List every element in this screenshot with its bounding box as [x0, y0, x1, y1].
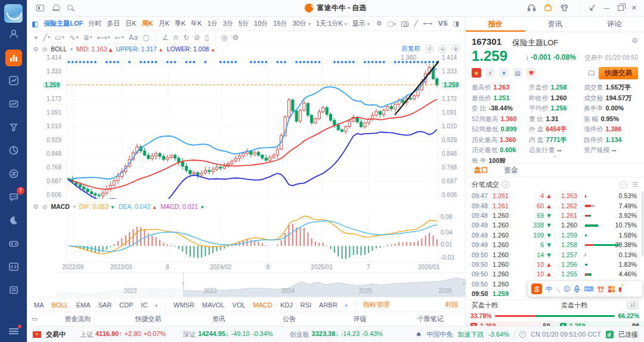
tab-comments[interactable]: 评论 — [584, 17, 644, 32]
indicator-tab-MACD[interactable]: MACD — [253, 301, 273, 309]
shirt-icon[interactable] — [560, 4, 569, 13]
period-tab-1分[interactable]: 1分 — [208, 19, 218, 28]
sogou-ime-toolbar[interactable]: S 中 ·, ☺ ⌨ ◖ — [528, 281, 642, 297]
arrow-tool-icon[interactable]: ←▾ — [114, 33, 125, 42]
candlestick-chart[interactable]: 1.4141.3331.2591.1721.0911.0100.9290.848… — [27, 54, 466, 199]
boll-label[interactable]: BOLL — [51, 45, 67, 53]
period-tab-多日[interactable]: 多日 — [107, 19, 120, 28]
screenshot-camera-icon[interactable] — [401, 21, 408, 27]
measure-tool-icon[interactable]: ⟷▾ — [96, 33, 112, 42]
margin-bolt-icon[interactable]: ⚡ — [485, 68, 495, 78]
period-tab-分时[interactable]: 分时 — [88, 19, 101, 28]
chart-navigator[interactable]: ‹›20222023202420252026 — [57, 272, 466, 296]
macd-settings-gear-icon[interactable]: ⚙ — [33, 203, 38, 210]
collapse-stats-arrow[interactable]: ⌃ — [466, 156, 644, 162]
draw-settings-gear-icon[interactable]: ⚙ — [231, 33, 240, 42]
info-icon[interactable]: i — [502, 181, 509, 188]
navigator-left-handle[interactable]: ‹ — [182, 280, 184, 286]
indicator-tab-RSI[interactable]: RSI — [301, 301, 311, 309]
collapse-panel-icon[interactable]: ▭ — [27, 315, 42, 323]
sidebar-item-community[interactable] — [0, 162, 27, 186]
period-tab-日K[interactable]: 日K — [125, 19, 136, 28]
period-tab-年K[interactable]: 年K — [191, 19, 202, 28]
chevron-right-icon[interactable]: › — [155, 301, 157, 309]
sidebar-item-trade[interactable] — [0, 93, 27, 116]
bottom-tab-资讯[interactable]: 资讯 — [184, 315, 254, 323]
bottom-tab-个股笔记[interactable]: 个股笔记 — [395, 315, 466, 323]
bottom-tab-资金流向[interactable]: 资金流向 — [42, 315, 113, 323]
note-tool-icon[interactable]: ▢ — [141, 33, 150, 42]
continuous-draw-icon[interactable]: ↻ — [182, 33, 190, 42]
indicator-tab-VOL[interactable]: VOL — [233, 301, 246, 309]
hide-drawings-icon[interactable]: ⊘ — [193, 33, 201, 42]
restore-window-icon[interactable] — [618, 5, 624, 11]
toolbox-grid-icon[interactable] — [608, 286, 615, 292]
indicator-tab-KDJ[interactable]: KDJ — [280, 301, 293, 309]
sidebar-item-messages[interactable]: 7 — [0, 186, 27, 209]
tab-news[interactable]: 资讯 — [525, 17, 585, 32]
symbol-tab[interactable]: 保险主题LOF — [44, 19, 83, 28]
quote-settings-gear-icon[interactable]: ⚙ — [631, 36, 638, 45]
chart-settings-gear-icon[interactable]: ⚙ — [376, 20, 382, 27]
period-tab-月K[interactable]: 月K — [159, 19, 169, 28]
index-上证[interactable]: 上证4116.80↑+2.80+0.07% — [80, 330, 166, 339]
close-icon[interactable]: ✕ — [631, 4, 637, 12]
delete-drawings-icon[interactable]: ▯ — [203, 33, 210, 42]
minimize-icon[interactable]: — — [603, 4, 610, 12]
angle-tool-icon[interactable]: ∠ — [161, 33, 170, 42]
draw-pencil-icon[interactable]: ╱ — [414, 20, 418, 27]
symbol-panel-icon[interactable]: ◧ — [32, 20, 38, 28]
sidebar-item-quotes[interactable] — [0, 69, 27, 93]
indicator-tab-ARBR[interactable]: ARBR — [319, 301, 338, 309]
period-tab-15分[interactable]: 15分 — [273, 19, 287, 28]
scrollbar[interactable] — [642, 191, 643, 257]
macd-remove-icon[interactable]: ⊘ — [42, 203, 47, 210]
indicator-tab-BOLL[interactable]: BOLL — [52, 301, 69, 309]
microphone-icon[interactable] — [574, 285, 580, 293]
macd-chart[interactable]: 0.080.040.01-0.03 — [27, 212, 466, 263]
indicator-tab-SAR[interactable]: SAR — [98, 301, 112, 309]
adjust-mode-link[interactable]: 前复权 — [402, 45, 421, 53]
compare-vs-button[interactable]: VS — [438, 20, 447, 27]
period-tab-季K[interactable]: 季K — [175, 19, 185, 28]
avatar[interactable] — [4, 4, 23, 23]
chinese-mode-icon[interactable]: 中 — [546, 285, 552, 294]
right-panel-toggle-icon[interactable]: ◨ — [453, 20, 459, 27]
sidebar-menu-button[interactable] — [0, 322, 27, 342]
favorite-heart-icon[interactable]: ♥ — [527, 68, 536, 78]
index-创业板[interactable]: 创业板3323.38↓-14.23-0.43% — [290, 330, 383, 339]
indicator-tab-MAVOL[interactable]: MAVOL — [202, 301, 225, 309]
depth-levels-badge[interactable]: 10 — [627, 301, 638, 309]
display-dropdown[interactable]: 显示 ▾ — [352, 19, 370, 28]
magnet-tool-icon[interactable]: ∩ — [172, 33, 180, 42]
sidebar-item-screener[interactable] — [0, 116, 27, 139]
skin-shirt-icon[interactable] — [597, 286, 605, 292]
list-settings-icon[interactable]: ☰ — [632, 181, 638, 189]
indicator-tab-CDP[interactable]: CDP — [119, 301, 133, 309]
reset-zoom-icon[interactable]: ↺ — [425, 45, 434, 53]
indicator-tab-IC[interactable]: IC — [141, 301, 147, 309]
zoom-out-icon[interactable]: ⊖ — [438, 45, 447, 53]
sidebar-item-portfolio[interactable] — [0, 139, 27, 162]
emoji-icon[interactable]: ☺ — [564, 285, 570, 293]
sidebar-item-news[interactable] — [0, 279, 27, 302]
fib-tool-icon[interactable]: ≣▾ — [82, 33, 93, 42]
punctuation-icon[interactable]: ·, — [556, 285, 560, 292]
crosshair-tool-icon[interactable]: ⌖ — [33, 33, 39, 42]
bottom-tab-公告[interactable]: 公告 — [254, 315, 324, 323]
keyboard-icon[interactable]: ⌨ — [584, 285, 593, 293]
hot-stock-name[interactable]: 中国中免 — [426, 330, 453, 339]
indicator-tab-MA[interactable]: MA — [34, 301, 44, 309]
period-tab-3分[interactable]: 3分 — [223, 19, 233, 28]
index-深证[interactable]: 深证14244.95↓-49.10-0.34% — [182, 330, 273, 339]
indicator-tab-WMSR[interactable]: WMSR — [174, 301, 194, 309]
search-icon[interactable] — [67, 5, 75, 12]
headphones-icon[interactable] — [527, 4, 536, 13]
sidebar-item-openapi[interactable] — [0, 255, 27, 279]
indicator-manage-link[interactable]: 指标管理 — [363, 300, 389, 309]
snap-window-icon[interactable] — [589, 4, 596, 13]
layout-select-icon[interactable]: ▢▾ — [388, 20, 396, 27]
skin-lips-icon[interactable]: ◖ — [618, 285, 622, 293]
compound-period-dropdown[interactable]: 1天:1分K ▾ — [316, 19, 347, 28]
notification-bell-icon[interactable] — [52, 5, 59, 11]
